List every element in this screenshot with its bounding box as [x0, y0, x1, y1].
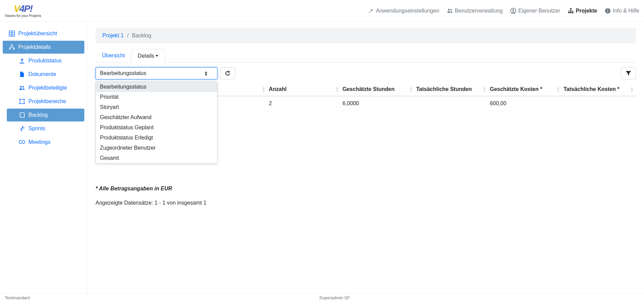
dropdown-option[interactable]: Priorität: [96, 92, 217, 102]
sidebar-item-label: Meetings: [28, 139, 50, 145]
refresh-button[interactable]: [220, 67, 235, 79]
col-header-act-hours[interactable]: Tatsächliche Stunden ▲▼: [415, 83, 488, 96]
svg-rect-9: [607, 10, 608, 12]
svg-rect-6: [570, 12, 572, 13]
svg-rect-14: [13, 48, 15, 49]
dropdown-option[interactable]: Produktstatus Geplant: [96, 122, 217, 133]
breadcrumb-project[interactable]: Projekt 1: [102, 33, 124, 39]
svg-rect-7: [572, 12, 574, 13]
svg-point-10: [607, 9, 608, 10]
svg-rect-18: [24, 99, 25, 100]
refresh-icon: [225, 70, 231, 76]
running-icon: [19, 126, 25, 132]
svg-point-3: [512, 9, 514, 11]
file-icon: [19, 71, 25, 77]
col-header-anzahl[interactable]: Anzahl ▲▼: [268, 83, 341, 96]
currency-footnote: * Alle Betragsangaben in EUR: [96, 186, 636, 192]
dropdown-option[interactable]: Zugeordneter Benutzer: [96, 143, 217, 153]
nav-help[interactable]: Info & Hilfe: [605, 8, 639, 14]
grouping-dropdown: Bearbeitungsstatus Priorität Storyart Ge…: [96, 81, 217, 164]
dropdown-option[interactable]: Geschätzter Aufwand: [96, 112, 217, 122]
sidebar-item-label: Sprints: [28, 126, 45, 132]
app-logo[interactable]: V4P! Visions for your Projects: [5, 4, 41, 18]
footer-user: Superadmin SF: [319, 295, 350, 300]
select-value: Bearbeitungsstatus: [100, 70, 146, 76]
grouping-select[interactable]: Bearbeitungsstatus ▴▾ Bearbeitungsstatus…: [96, 67, 217, 79]
users-icon: [447, 8, 453, 14]
footer: Testmandant Superadmin SF: [0, 293, 644, 302]
wrench-icon: [368, 8, 374, 14]
sidebar-item-label: Projektübersicht: [18, 31, 57, 37]
svg-rect-17: [19, 99, 20, 100]
svg-rect-20: [24, 103, 25, 104]
cell-anzahl: 2: [268, 96, 341, 111]
sort-icon[interactable]: ▲▼: [630, 86, 634, 92]
dropdown-option[interactable]: Gesamt: [96, 153, 217, 163]
filter-button[interactable]: [621, 67, 636, 79]
sidebar-item-label: Projektbeteiligte: [28, 85, 67, 91]
sidebar-item-areas[interactable]: Projektbereiche: [7, 95, 84, 108]
sidebar-item-project-overview[interactable]: Projektübersicht: [3, 27, 84, 40]
grid-icon: [9, 31, 15, 37]
sidebar-item-label: Produktstatus: [28, 58, 62, 64]
sidebar-item-label: Dokumente: [28, 71, 56, 77]
filter-row: Bearbeitungsstatus ▴▾ Bearbeitungsstatus…: [96, 67, 636, 79]
tab-details[interactable]: Details: [131, 49, 165, 62]
svg-rect-13: [9, 48, 11, 49]
sidebar: Projektübersicht Projektdetails Produkts…: [0, 22, 87, 293]
sitemap-icon: [568, 8, 574, 14]
cell-act-cost: [562, 96, 636, 111]
dropdown-option[interactable]: Storyart: [96, 102, 217, 112]
sidebar-item-label: Projektbereiche: [28, 98, 66, 105]
book-icon: [19, 112, 25, 118]
sidebar-item-participants[interactable]: Projektbeteiligte: [7, 81, 84, 94]
logo-subtitle: Visions for your Projects: [5, 14, 41, 18]
svg-point-21: [22, 126, 23, 127]
object-group-icon: [19, 98, 25, 105]
col-header-est-cost[interactable]: Geschätzte Kosten * ▲▼: [489, 83, 562, 96]
dropdown-option[interactable]: Bearbeitungsstatus: [96, 82, 217, 92]
sidebar-item-backlog[interactable]: Backlog: [7, 109, 84, 121]
sidebar-item-project-details[interactable]: Projektdetails: [3, 41, 84, 54]
breadcrumb-current: Backlog: [132, 33, 151, 39]
topbar: V4P! Visions for your Projects Anwendung…: [0, 0, 644, 22]
nav-user-management[interactable]: Benutzerverwaltung: [447, 8, 503, 14]
svg-rect-5: [568, 12, 570, 13]
sitemap-icon: [9, 44, 15, 50]
svg-point-1: [450, 9, 452, 11]
nav-projects[interactable]: Projekte: [568, 8, 597, 14]
handshake-icon: [19, 139, 25, 145]
sidebar-item-label: Backlog: [28, 112, 48, 118]
svg-rect-4: [570, 8, 572, 9]
user-circle-icon: [510, 8, 516, 14]
upload-icon: [19, 58, 25, 64]
sidebar-item-documents[interactable]: Dokumente: [7, 68, 84, 81]
tab-overview[interactable]: Übersicht: [96, 49, 131, 62]
sort-icon[interactable]: ▲▼: [262, 86, 266, 92]
sidebar-item-meetings[interactable]: Meetings: [7, 136, 84, 149]
nav-own-user[interactable]: Eigener Benutzer: [510, 8, 560, 14]
sort-icon[interactable]: ▲▼: [557, 86, 560, 92]
select-arrows-icon: ▴▾: [205, 71, 207, 76]
filter-icon: [625, 70, 631, 76]
breadcrumb-sep: /: [127, 33, 128, 39]
breadcrumb: Projekt 1 / Backlog: [96, 28, 636, 43]
svg-point-16: [22, 86, 24, 88]
sort-icon[interactable]: ▲▼: [409, 86, 413, 92]
col-header-act-cost[interactable]: Tatsächliche Kosten * ▲▼: [562, 83, 636, 96]
info-circle-icon: [605, 8, 611, 14]
cell-act-hours: [415, 96, 488, 111]
nav-app-settings[interactable]: Anwendungseinstellungen: [368, 8, 439, 14]
sidebar-item-product-status[interactable]: Produktstatus: [7, 54, 84, 67]
footer-tenant: Testmandant: [5, 295, 30, 300]
sort-icon[interactable]: ▲▼: [335, 86, 339, 92]
cell-est-cost: 600,00: [489, 96, 562, 111]
sidebar-item-label: Projektdetails: [18, 44, 51, 50]
col-header-est-hours[interactable]: Geschätzte Stunden ▲▼: [341, 83, 415, 96]
sidebar-item-sprints[interactable]: Sprints: [7, 122, 84, 135]
caret-down-icon: [155, 55, 158, 57]
sort-icon[interactable]: ▲▼: [483, 86, 486, 92]
svg-point-0: [448, 9, 450, 11]
dropdown-option[interactable]: Produktstatus Erledigt: [96, 133, 217, 143]
svg-rect-19: [19, 103, 20, 104]
